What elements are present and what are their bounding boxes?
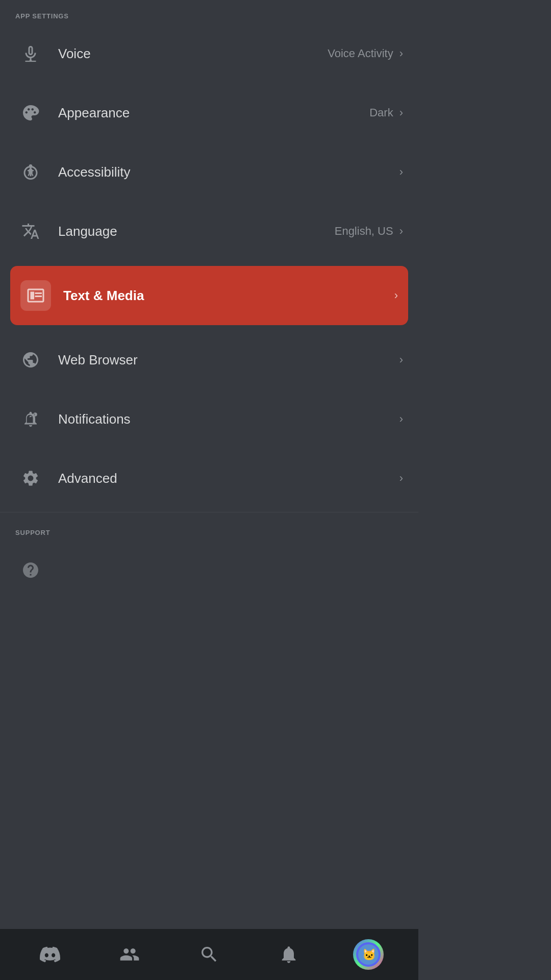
discord-icon <box>40 944 60 965</box>
voice-icon-wrapper <box>15 38 46 69</box>
globe-icon <box>21 351 40 369</box>
notifications-chevron: › <box>399 412 403 426</box>
settings-item-notifications[interactable]: ! Notifications › <box>0 389 418 449</box>
nav-notifications[interactable] <box>268 934 309 975</box>
appearance-label: Appearance <box>58 105 369 121</box>
support-icon-wrapper <box>15 555 46 585</box>
text-media-icon-wrapper <box>20 280 51 311</box>
nav-search[interactable] <box>189 934 230 975</box>
text-media-icon <box>27 286 45 305</box>
language-chevron: › <box>399 225 403 238</box>
microphone-icon <box>21 44 40 63</box>
language-icon <box>21 222 40 240</box>
appearance-icon-wrapper <box>15 97 46 128</box>
accessibility-icon-wrapper <box>15 157 46 187</box>
settings-item-accessibility[interactable]: Accessibility › <box>0 142 418 202</box>
web-browser-label: Web Browser <box>58 352 399 368</box>
app-settings-header: APP SETTINGS <box>0 0 418 24</box>
bell-alert-icon: ! <box>21 410 40 428</box>
web-browser-icon-wrapper <box>15 345 46 375</box>
voice-chevron: › <box>399 47 403 60</box>
palette-icon <box>21 104 40 122</box>
web-browser-chevron: › <box>399 353 403 366</box>
notifications-label: Notifications <box>58 411 399 427</box>
nav-bell-icon <box>279 944 299 965</box>
settings-item-text-media[interactable]: Text & Media › <box>10 266 408 325</box>
advanced-chevron: › <box>399 472 403 485</box>
support-header: SUPPORT <box>0 517 418 541</box>
section-divider <box>0 512 418 512</box>
settings-item-appearance[interactable]: Appearance Dark › <box>0 83 418 142</box>
advanced-label: Advanced <box>58 471 399 486</box>
nav-discord[interactable] <box>30 934 70 975</box>
settings-item-advanced[interactable]: Advanced › <box>0 449 418 508</box>
accessibility-chevron: › <box>399 165 403 179</box>
nav-friends[interactable] <box>109 934 150 975</box>
accessibility-icon <box>21 163 40 181</box>
notifications-icon-wrapper: ! <box>15 404 46 434</box>
advanced-icon-wrapper <box>15 463 46 494</box>
friends-icon <box>119 944 140 965</box>
avatar-image: 🐱 <box>356 942 381 967</box>
voice-value: Voice Activity <box>328 47 393 60</box>
appearance-chevron: › <box>399 106 403 119</box>
appearance-value: Dark <box>369 106 393 119</box>
settings-item-voice[interactable]: Voice Voice Activity › <box>0 24 418 83</box>
gear-icon <box>21 469 40 487</box>
svg-text:🐱: 🐱 <box>362 948 377 962</box>
avatar: 🐱 <box>353 939 384 970</box>
language-label: Language <box>58 224 335 239</box>
text-media-label: Text & Media <box>63 288 394 304</box>
settings-item-language[interactable]: Language English, US › <box>0 202 418 261</box>
settings-container: APP SETTINGS Voice Voice Activity › Appe… <box>0 0 418 651</box>
bottom-navigation: 🐱 <box>0 929 418 980</box>
svg-text:!: ! <box>34 413 35 416</box>
settings-item-web-browser[interactable]: Web Browser › <box>0 330 418 389</box>
support-item-partial[interactable] <box>0 541 418 600</box>
text-media-chevron: › <box>394 289 398 302</box>
language-value: English, US <box>335 225 393 238</box>
nav-profile[interactable]: 🐱 <box>348 934 389 975</box>
accessibility-label: Accessibility <box>58 164 399 180</box>
search-icon <box>199 944 219 965</box>
voice-label: Voice <box>58 46 328 62</box>
help-circle-icon <box>21 561 40 579</box>
language-icon-wrapper <box>15 216 46 247</box>
